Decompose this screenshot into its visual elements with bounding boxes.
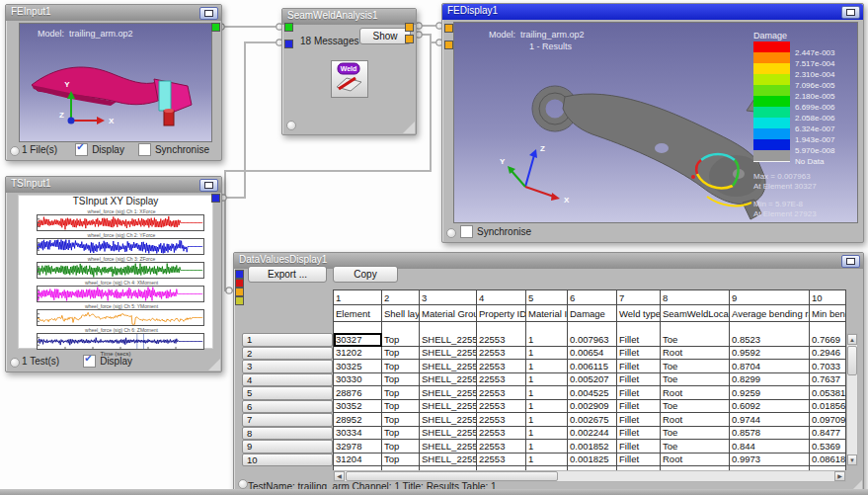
table-cell[interactable]: Top	[382, 386, 420, 400]
fe-input-display-checkbox[interactable]	[75, 143, 88, 156]
data-values-input-port-red[interactable]	[235, 279, 244, 288]
table-cell[interactable]: Fillet	[617, 440, 661, 454]
table-cell[interactable]: 0.8477	[810, 427, 846, 441]
table-cell[interactable]: 1	[526, 386, 568, 400]
table-cell[interactable]: Toe	[661, 360, 730, 373]
table-cell[interactable]: 0.001852	[568, 440, 617, 454]
table-row-header[interactable]: 9	[242, 440, 333, 454]
table-cell[interactable]: 22553	[477, 347, 526, 361]
table-cell[interactable]: 22553	[477, 454, 526, 467]
ts-input-display-checkbox[interactable]	[83, 355, 96, 368]
table-cell[interactable]: 0.9744	[730, 413, 810, 427]
table-cell[interactable]: SHELL_22553	[420, 333, 477, 347]
table-row-header[interactable]: 8	[242, 427, 333, 441]
table-cell[interactable]: 1	[526, 347, 568, 361]
table-cell[interactable]: 0.09709	[810, 413, 846, 427]
table-cell[interactable]: 0.8523	[730, 333, 810, 347]
table-cell[interactable]: Min bend	[810, 305, 846, 322]
table-cell[interactable]: Toe	[661, 440, 730, 454]
table-cell[interactable]: 0.7033	[810, 360, 846, 373]
table-cell[interactable]: 1	[526, 440, 568, 454]
table-cell[interactable]: Toe	[661, 333, 730, 347]
table-cell[interactable]: 0.2946	[810, 347, 846, 361]
table-cell[interactable]: 22553	[477, 360, 526, 373]
table-cell[interactable]: Average bending ratio	[730, 305, 810, 322]
table-cell[interactable]: 22553	[477, 373, 526, 387]
table-cell[interactable]: Root	[661, 386, 730, 400]
seamweld-output-port-results-2[interactable]	[405, 35, 414, 43]
table-cell[interactable]: Property ID	[477, 305, 526, 322]
fe-input-minimize-button[interactable]	[199, 7, 218, 20]
table-cell[interactable]: SHELL_22553	[420, 386, 477, 400]
table-cell[interactable]: 30325	[334, 360, 382, 373]
table-cell[interactable]: Material Group	[420, 305, 477, 322]
table-cell[interactable]: 22553	[477, 386, 526, 400]
copy-button[interactable]: Copy	[333, 266, 398, 283]
table-cell[interactable]: 6	[568, 290, 617, 305]
table-cell[interactable]: 31204	[334, 454, 382, 467]
data-values-titlebar[interactable]: DataValuesDisplay1	[234, 253, 863, 269]
table-cell[interactable]: Toe	[661, 400, 730, 414]
table-cell[interactable]: Weld type	[617, 305, 661, 322]
export-button[interactable]: Export ...	[248, 266, 327, 283]
table-cell[interactable]: Top	[382, 413, 420, 427]
table-cell[interactable]: Root	[661, 347, 730, 361]
table-cell[interactable]: Top	[382, 427, 420, 441]
data-values-input-port-orange[interactable]	[235, 288, 244, 296]
table-cell[interactable]: Fillet	[617, 413, 661, 427]
table-cell[interactable]: 0.007963	[568, 333, 617, 347]
seamweld-titlebar[interactable]: SeamWeldAnalysis1	[282, 9, 416, 25]
table-cell[interactable]: 10	[810, 290, 846, 305]
ts-channel-strip[interactable]: wheel_force (sig) Ch 1: XForce	[37, 208, 206, 231]
table-row-header[interactable]: 5	[242, 386, 333, 400]
table-cell[interactable]: 28952	[334, 413, 382, 427]
table-cell[interactable]: Root	[661, 454, 730, 467]
table-cell[interactable]: Top	[382, 360, 420, 373]
table-cell[interactable]: Element	[334, 305, 382, 322]
table-cell[interactable]: 0.844	[730, 440, 810, 454]
table-cell[interactable]: 1	[526, 413, 568, 427]
table-cell[interactable]: 30352	[334, 400, 382, 414]
table-cell[interactable]: 1	[526, 333, 568, 347]
ts-channel-strip[interactable]: wheel_force (sig) Ch 2: YForce	[37, 232, 206, 255]
table-cell[interactable]: Material ID	[526, 305, 568, 322]
fe-display-input-port-1[interactable]	[444, 24, 453, 33]
fe-display-input-port-2[interactable]	[444, 41, 453, 49]
table-cell[interactable]: Toe	[661, 373, 730, 387]
ts-channel-strip[interactable]: wheel_force (sig) Ch 3: ZForce	[37, 256, 206, 279]
table-cell[interactable]: 30334	[334, 427, 382, 441]
table-cell[interactable]: Fillet	[617, 386, 661, 400]
table-cell[interactable]: 9	[730, 290, 810, 305]
table-cell[interactable]: 0.005207	[568, 373, 617, 387]
fe-input-titlebar[interactable]: FEInput1	[6, 5, 221, 21]
table-cell[interactable]: Toe	[661, 427, 730, 441]
table-cell[interactable]: 22553	[477, 440, 526, 454]
table-cell[interactable]: 4	[477, 290, 526, 305]
table-cell[interactable]: Top	[382, 454, 420, 467]
table-cell[interactable]: Fillet	[617, 454, 661, 467]
table-vertical-scrollbar[interactable]: ▲ ▼	[846, 333, 858, 466]
table-cell[interactable]: 0.002909	[568, 400, 617, 414]
seamweld-input-port-fe[interactable]	[284, 23, 293, 32]
table-row-header[interactable]: 10	[242, 454, 333, 467]
ts-input-plot-area[interactable]: TSInput XY Display wheel_force (sig) Ch …	[18, 195, 213, 349]
seamweld-resize-grip[interactable]	[403, 122, 415, 133]
table-cell[interactable]: 0.002244	[568, 427, 617, 441]
fe-input-viewport[interactable]: Model: trailing_arm.op2 Y X Z	[19, 23, 212, 142]
table-cell[interactable]: 1	[526, 400, 568, 414]
ts-input-titlebar[interactable]: TSInput1	[6, 177, 221, 193]
table-cell[interactable]: 22553	[477, 400, 526, 414]
table-cell[interactable]: Root	[661, 413, 730, 427]
table-cell[interactable]: 0.8299	[730, 373, 810, 387]
table-cell[interactable]: 0.8578	[730, 427, 810, 441]
data-values-input-port-blue[interactable]	[235, 270, 244, 279]
table-cell[interactable]: 5	[526, 290, 568, 305]
table-cell[interactable]: 0.006115	[568, 360, 617, 373]
table-cell[interactable]: 22553	[477, 333, 526, 347]
table-cell[interactable]: 1	[526, 454, 568, 467]
table-cell[interactable]: SHELL_22553	[420, 413, 477, 427]
table-cell[interactable]: 3	[420, 290, 477, 305]
table-cell[interactable]: 0.00654	[568, 347, 617, 361]
table-cell[interactable]: Damage	[568, 305, 617, 322]
seamweld-show-button[interactable]: Show	[359, 28, 411, 44]
